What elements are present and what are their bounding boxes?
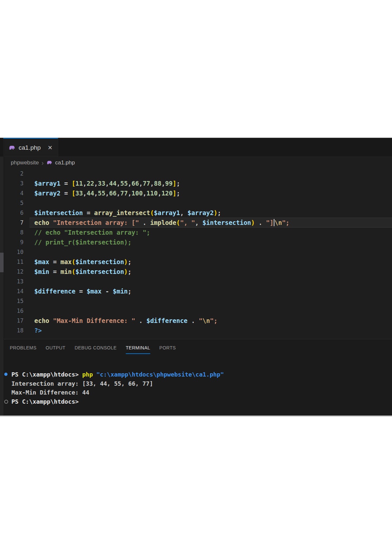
code-token: 120 bbox=[161, 190, 172, 197]
tab-ca1-php[interactable]: ca1.php ✕ bbox=[3, 138, 58, 157]
code-token: "Intersection array: [" bbox=[53, 219, 139, 226]
tab-close-icon[interactable]: ✕ bbox=[48, 144, 53, 151]
code-token: , bbox=[128, 180, 131, 187]
code-token: $array1 bbox=[154, 209, 180, 216]
code-line[interactable]: 10 bbox=[4, 247, 392, 257]
code-line[interactable]: 7echo "Intersection array: [" . implode(… bbox=[4, 218, 392, 227]
code-token: 66 bbox=[132, 180, 139, 187]
code-line-text: $array1 = [11,22,33,44,55,66,77,88,99]; bbox=[29, 178, 392, 188]
code-token: max bbox=[60, 258, 72, 265]
code-token: ] bbox=[172, 190, 176, 197]
code-token: 55 bbox=[98, 190, 106, 197]
code-line[interactable]: 6$intersection = array_intersect($array1… bbox=[4, 208, 392, 218]
command-pending-icon bbox=[4, 400, 8, 404]
code-token: \n bbox=[274, 219, 282, 226]
code-token: ] bbox=[173, 180, 176, 187]
line-number: 15 bbox=[4, 296, 24, 306]
code-line-text: $intersection = array_intersect($array1,… bbox=[29, 208, 392, 218]
code-token: 88 bbox=[154, 180, 161, 187]
breadcrumb-folder[interactable]: phpwebsite bbox=[11, 160, 39, 166]
code-editor[interactable]: 23$array1 = [11,22,33,44,55,66,77,88,99]… bbox=[4, 169, 392, 339]
code-token: $max bbox=[34, 258, 49, 265]
code-token: // print_r($intersection); bbox=[34, 239, 131, 246]
code-line[interactable]: 3$array1 = [11,22,33,44,55,66,77,88,99]; bbox=[4, 178, 392, 188]
code-token: ( bbox=[72, 268, 75, 275]
code-token: implode bbox=[150, 219, 176, 226]
code-line[interactable]: 5 bbox=[4, 198, 392, 208]
php-elephant-icon bbox=[8, 144, 16, 151]
code-line[interactable]: 8// echo "Intersection array: "; bbox=[4, 227, 392, 237]
code-line[interactable]: 2 bbox=[4, 169, 392, 178]
code-line-text bbox=[29, 277, 392, 286]
code-line[interactable]: 15 bbox=[4, 296, 392, 306]
breadcrumb: phpwebsite › ca1.php bbox=[0, 157, 392, 168]
code-token: echo bbox=[34, 219, 49, 226]
line-number: 7 bbox=[4, 218, 24, 227]
code-line-text bbox=[29, 306, 392, 316]
gutter-indicator[interactable] bbox=[0, 253, 4, 272]
code-line[interactable]: 17echo "Max-Min Difference: " . $differe… bbox=[4, 316, 392, 326]
vscode-window: ca1.php ✕ phpwebsite › ca1.php 23$array1… bbox=[0, 138, 392, 416]
code-token: 77 bbox=[143, 180, 150, 187]
line-number: 6 bbox=[4, 208, 24, 218]
code-token: $array2 bbox=[188, 209, 214, 216]
code-token: $difference bbox=[34, 288, 75, 295]
panel-tab-problems[interactable]: PROBLEMS bbox=[10, 345, 37, 353]
code-token: "Max-Min Difference: " bbox=[53, 317, 135, 324]
code-line[interactable]: 12$min = min($intersection); bbox=[4, 267, 392, 277]
code-token: ; bbox=[128, 258, 131, 265]
panel-tab-ports[interactable]: PORTS bbox=[159, 345, 176, 353]
code-token: ; bbox=[176, 190, 180, 197]
code-token: 100 bbox=[132, 190, 143, 197]
code-line[interactable]: 14$difference = $max - $min; bbox=[4, 286, 392, 296]
code-line-text: echo "Intersection array: [" . implode("… bbox=[29, 218, 392, 227]
code-token: ( bbox=[176, 219, 180, 226]
panel-tab-debug-console[interactable]: DEBUG CONSOLE bbox=[74, 345, 117, 353]
terminal-text: php bbox=[82, 371, 96, 378]
command-success-icon bbox=[4, 373, 8, 376]
line-number: 10 bbox=[4, 247, 24, 257]
code-line-text: $difference = $max - $min; bbox=[29, 286, 392, 296]
code-line[interactable]: 9// print_r($intersection); bbox=[4, 237, 392, 247]
terminal-line: Max-Min Difference: 44 bbox=[0, 388, 392, 397]
code-token: , bbox=[150, 180, 154, 187]
panel-tab-output[interactable]: OUTPUT bbox=[46, 345, 66, 353]
code-token: $max bbox=[87, 288, 102, 295]
code-token: , bbox=[139, 180, 142, 187]
code-token: 55 bbox=[120, 180, 128, 187]
code-line[interactable]: 18?> bbox=[4, 326, 392, 335]
code-token: , bbox=[158, 190, 161, 197]
code-token bbox=[49, 219, 53, 226]
code-token: $min bbox=[113, 288, 128, 295]
code-line[interactable]: 16 bbox=[4, 306, 392, 316]
line-number: 12 bbox=[4, 267, 24, 277]
code-line-text: // print_r($intersection); bbox=[29, 237, 392, 247]
terminal-output[interactable]: PS C:\xampp\htdocs> php "c:\xampp\htdocs… bbox=[0, 370, 392, 406]
code-line[interactable]: 4$array2 = [33,44,55,66,77,100,110,120]; bbox=[4, 188, 392, 198]
code-line-text: $max = max($intersection); bbox=[29, 257, 392, 267]
line-number: 5 bbox=[4, 198, 24, 208]
code-token bbox=[49, 317, 53, 324]
code-line-text bbox=[29, 198, 392, 208]
code-line-text bbox=[29, 169, 392, 178]
code-line-text bbox=[29, 247, 392, 257]
panel-tab-terminal[interactable]: TERMINAL bbox=[126, 345, 150, 354]
code-token: ) bbox=[124, 258, 128, 265]
code-token: = bbox=[60, 190, 72, 197]
breadcrumb-file[interactable]: ca1.php bbox=[55, 160, 75, 166]
code-token: $intersection bbox=[75, 258, 124, 265]
line-number: 16 bbox=[4, 306, 24, 316]
code-line[interactable]: 13 bbox=[4, 277, 392, 286]
chevron-right-icon: › bbox=[41, 160, 44, 166]
terminal-text: Max-Min Difference: 44 bbox=[11, 389, 89, 396]
code-token: // echo "Intersection array: "; bbox=[34, 229, 150, 236]
code-line[interactable]: 11$max = max($intersection); bbox=[4, 257, 392, 267]
code-token: $intersection bbox=[34, 209, 83, 216]
line-number: 2 bbox=[4, 169, 24, 178]
line-number: 4 bbox=[4, 188, 24, 198]
line-number: 13 bbox=[4, 277, 24, 286]
code-token: ; bbox=[128, 268, 131, 275]
tab-label: ca1.php bbox=[19, 144, 41, 151]
code-line-text: ?> bbox=[29, 326, 392, 335]
code-token: , bbox=[180, 209, 188, 216]
